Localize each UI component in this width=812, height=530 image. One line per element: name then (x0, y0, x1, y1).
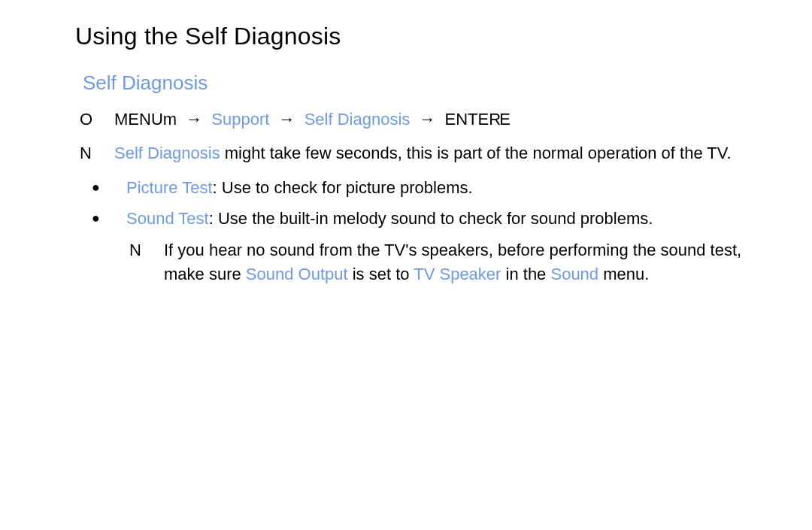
sound-note-p3: in the (501, 265, 550, 283)
nav-marker: O (75, 108, 114, 132)
bullet-icon: ● (75, 207, 126, 229)
arrow-icon: → (274, 110, 300, 129)
note-highlight: Self Diagnosis (114, 144, 220, 162)
note-marker: N (75, 142, 114, 165)
tests-list: ● Picture Test: Use to check for picture… (75, 176, 767, 287)
note-body: Self Diagnosis might take few seconds, t… (114, 142, 767, 165)
nav-enter: ENTERE (445, 108, 512, 132)
nav-menu-label: MENU (114, 110, 163, 129)
picture-test-label: Picture Test (126, 178, 213, 197)
list-item: ● Picture Test: Use to check for picture… (75, 176, 767, 200)
bullet-icon: ● (75, 176, 126, 198)
picture-test-desc: : Use to check for picture problems. (213, 178, 473, 197)
sound-test-desc: : Use the built-in melody sound to check… (209, 209, 653, 228)
sound-note-body: If you hear no sound from the TV's speak… (164, 238, 767, 286)
section-subtitle: Self Diagnosis (83, 71, 767, 95)
navigation-path-row: O MENUm → Support → Self Diagnosis → ENT… (75, 108, 767, 132)
nav-self-diagnosis: Self Diagnosis (304, 110, 411, 129)
sound-note-p4: menu. (598, 265, 649, 283)
sound-note-row: N If you hear no sound from the TV's spe… (126, 238, 767, 286)
nav-enter-label: ENTER (445, 108, 501, 132)
nav-body: MENUm → Support → Self Diagnosis → ENTER… (114, 108, 767, 132)
note-text: might take few seconds, this is part of … (220, 144, 732, 162)
nav-enter-suffix: E (499, 108, 511, 132)
sound-note-p2: is set to (348, 265, 414, 283)
list-item: ● Sound Test: Use the built-in melody so… (75, 207, 767, 286)
sound-output-label: Sound Output (246, 265, 348, 283)
note-row: N Self Diagnosis might take few seconds,… (75, 142, 767, 165)
sound-test-label: Sound Test (126, 209, 209, 228)
arrow-icon: → (181, 110, 207, 129)
list-item-body: Picture Test: Use to check for picture p… (126, 176, 767, 200)
list-item-body: Sound Test: Use the built-in melody soun… (126, 207, 767, 286)
nav-support: Support (211, 110, 269, 129)
sound-note-marker: N (126, 238, 164, 262)
page-title: Using the Self Diagnosis (75, 23, 767, 50)
document-page: Using the Self Diagnosis Self Diagnosis … (0, 0, 812, 286)
arrow-icon: → (414, 110, 440, 129)
sound-menu-label: Sound (550, 265, 598, 283)
nav-menu-suffix: m (163, 110, 177, 129)
tv-speaker-label: TV Speaker (414, 265, 501, 283)
